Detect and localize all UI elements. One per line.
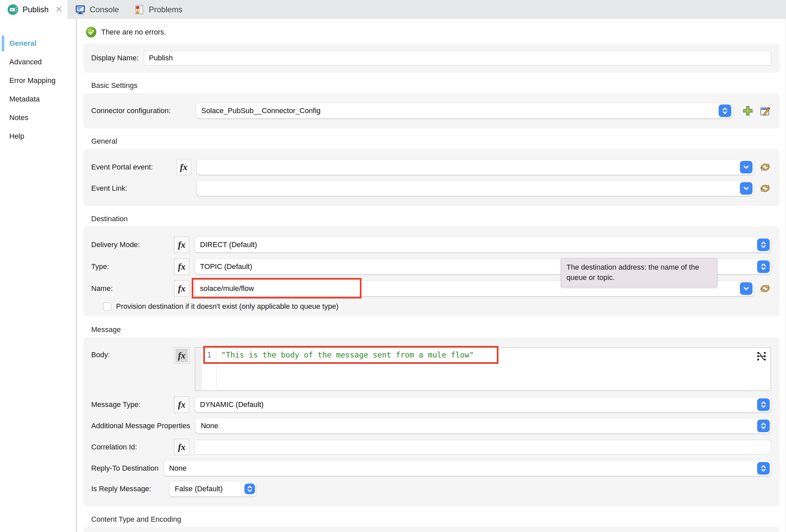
- fx-toggle-correlation-id[interactable]: fx: [174, 439, 189, 455]
- sidebar-item-error-mapping[interactable]: Error Mapping: [0, 72, 76, 89]
- status-text: There are no errors.: [101, 28, 166, 37]
- additional-props-value: None: [201, 421, 756, 430]
- sidebar-item-help-label: Help: [9, 132, 24, 140]
- select-stepper-icon: [757, 420, 770, 432]
- refresh-event-portal-icon[interactable]: [759, 161, 771, 173]
- editor-margin: [195, 348, 202, 390]
- display-name-panel: Display Name:: [84, 43, 780, 73]
- tab-console-label: Console: [90, 5, 119, 14]
- fx-toggle-message-type[interactable]: fx: [174, 396, 189, 413]
- sidebar-item-advanced-label: Advanced: [9, 58, 42, 66]
- select-stepper-icon: [757, 462, 770, 475]
- close-icon[interactable]: ✕: [55, 4, 63, 15]
- delivery-mode-label: Delivery Mode:: [91, 240, 169, 249]
- sidebar-item-error-mapping-label: Error Mapping: [9, 76, 55, 85]
- tab-publish[interactable]: Publish ✕: [0, 0, 67, 19]
- display-name-label: Display Name:: [91, 54, 139, 62]
- event-link-combo[interactable]: [196, 181, 754, 196]
- body-code-text[interactable]: "This is the body of the message sent fr…: [216, 348, 770, 390]
- message-type-select[interactable]: DYNAMIC (Default): [195, 397, 771, 412]
- tab-console[interactable]: Console: [67, 0, 126, 19]
- type-label: Type:: [91, 262, 169, 271]
- problems-icon: [134, 4, 145, 15]
- fx-toggle-name[interactable]: fx: [174, 280, 189, 297]
- reply-to-destination-select[interactable]: None: [164, 461, 771, 476]
- general-panel: Event Portal event: fx Event Link:: [84, 149, 780, 206]
- delivery-mode-value: DIRECT (Default): [200, 240, 756, 249]
- sidebar-item-advanced[interactable]: Advanced: [0, 53, 76, 71]
- refresh-event-link-icon[interactable]: [759, 182, 771, 194]
- combo-chevron-icon: [740, 182, 753, 195]
- add-config-button[interactable]: [742, 105, 754, 117]
- fx-toggle-delivery-mode[interactable]: fx: [174, 236, 189, 253]
- fx-toggle-body[interactable]: fx: [174, 347, 189, 364]
- sidebar-item-metadata[interactable]: Metadata: [0, 91, 76, 108]
- message-panel: Body: fx 1 "This is the body of the mess…: [84, 337, 780, 506]
- event-portal-event-combo[interactable]: [196, 160, 754, 175]
- tab-problems[interactable]: Problems: [126, 0, 190, 19]
- tab-publish-label: Publish: [23, 5, 49, 14]
- is-reply-message-select[interactable]: False (Default): [169, 481, 256, 496]
- properties-sidebar: General Advanced Error Mapping Metadata …: [0, 19, 77, 532]
- additional-props-select[interactable]: None: [195, 418, 771, 434]
- combo-chevron-icon: [740, 282, 753, 295]
- editor-tab-bar: Publish ✕ Console Problems: [0, 0, 786, 19]
- section-heading-message: Message: [91, 325, 780, 334]
- connector-config-label: Connector configuration:: [91, 107, 191, 115]
- sidebar-item-metadata-label: Metadata: [9, 95, 40, 103]
- is-reply-message-label: Is Reply Message:: [91, 485, 164, 493]
- is-reply-message-value: False (Default): [175, 485, 243, 493]
- validation-status: There are no errors.: [86, 27, 780, 38]
- body-label: Body:: [91, 347, 169, 359]
- section-heading-basic-settings: Basic Settings: [91, 81, 780, 90]
- destination-name-label: Name:: [91, 284, 169, 293]
- delivery-mode-select[interactable]: DIRECT (Default): [195, 237, 771, 252]
- console-icon: [75, 4, 86, 15]
- sidebar-item-general[interactable]: General: [0, 35, 76, 52]
- message-type-value: DYNAMIC (Default): [200, 400, 756, 409]
- body-editor-wrap: 1 "This is the body of the message sent …: [195, 347, 771, 391]
- select-stepper-icon: [245, 484, 255, 494]
- section-heading-content-type: Content Type and Encoding: [91, 515, 780, 524]
- basic-settings-panel: Connector configuration: Solace_PubSub__…: [84, 93, 780, 129]
- no-errors-check-icon: [86, 27, 96, 38]
- provision-destination-checkbox[interactable]: [103, 302, 111, 311]
- fx-toggle-type[interactable]: fx: [174, 258, 189, 275]
- publish-connector-icon: [7, 4, 19, 15]
- connector-config-value: Solace_PubSub__Connector_Config: [201, 107, 717, 115]
- refresh-destination-name-icon[interactable]: [759, 283, 771, 295]
- reply-to-destination-value: None: [169, 464, 756, 472]
- sidebar-item-general-label: General: [9, 39, 37, 47]
- select-stepper-icon: [757, 398, 770, 411]
- selected-marker: [2, 36, 4, 51]
- dataweave-transform-icon[interactable]: [756, 351, 767, 362]
- content-type-panel: Content Type: fx Encoding: fx: [84, 527, 780, 532]
- sidebar-item-notes-label: Notes: [9, 113, 28, 122]
- message-type-label: Message Type:: [91, 400, 169, 409]
- section-heading-general: General: [91, 137, 780, 146]
- sidebar-item-notes[interactable]: Notes: [0, 109, 76, 126]
- combo-chevron-icon: [740, 161, 753, 174]
- additional-props-label: Additional Message Properties: [91, 421, 190, 430]
- select-stepper-icon: [719, 105, 731, 117]
- connector-config-select[interactable]: Solace_PubSub__Connector_Config: [196, 103, 733, 118]
- correlation-id-input[interactable]: [195, 440, 771, 455]
- fx-toggle-event-portal[interactable]: fx: [176, 159, 191, 176]
- editor-line-number: 1: [202, 348, 216, 390]
- section-heading-destination: Destination: [91, 214, 780, 223]
- display-name-input[interactable]: [144, 51, 771, 65]
- event-portal-event-label: Event Portal event:: [91, 163, 171, 171]
- sidebar-item-help[interactable]: Help: [0, 128, 76, 145]
- body-code-editor[interactable]: 1 "This is the body of the message sent …: [195, 347, 771, 391]
- destination-name-tooltip: The destination address: the name of the…: [561, 258, 717, 287]
- event-link-label: Event Link:: [91, 184, 191, 193]
- select-stepper-icon: [757, 260, 770, 273]
- select-stepper-icon: [757, 238, 770, 251]
- reply-to-destination-label: Reply-To Destination: [91, 464, 159, 472]
- correlation-id-label: Correlation Id:: [91, 443, 169, 452]
- provision-destination-label: Provision destination if it doesn't exis…: [116, 302, 339, 311]
- tab-problems-label: Problems: [149, 5, 182, 14]
- edit-config-button[interactable]: [759, 105, 771, 117]
